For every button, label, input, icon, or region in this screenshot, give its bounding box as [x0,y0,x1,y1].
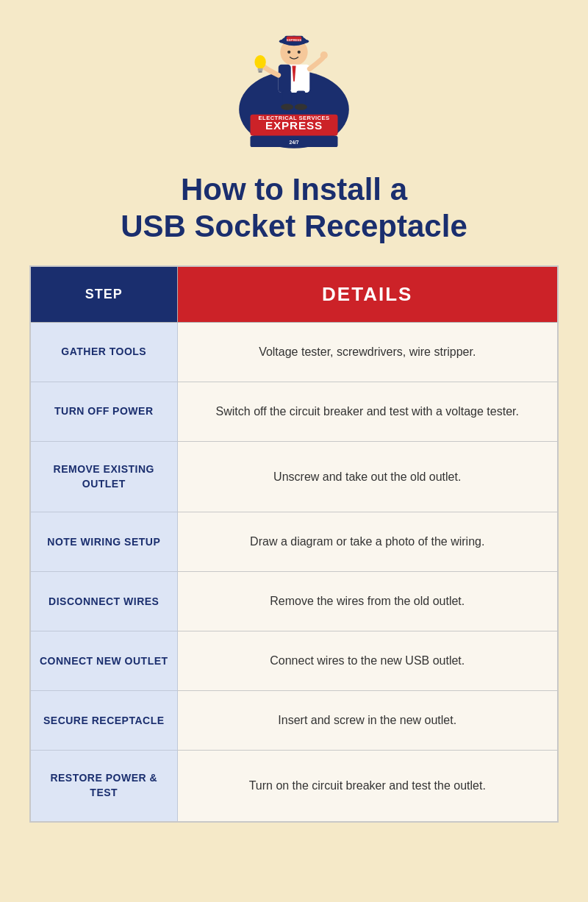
step-cell: TURN OFF POWER [30,382,177,442]
table-row: REMOVE EXISTING OUTLETUnscrew and take o… [30,442,558,512]
svg-rect-20 [259,71,262,73]
svg-rect-19 [258,68,263,71]
svg-text:ELECTRICAL SERVICES: ELECTRICAL SERVICES [259,115,330,121]
detail-cell: Switch off the circuit breaker and test … [177,382,558,442]
table-row: NOTE WIRING SETUPDraw a diagram or take … [30,512,558,572]
svg-text:EXPRESS: EXPRESS [287,38,301,42]
step-cell: DISCONNECT WIRES [30,572,177,631]
detail-cell: Draw a diagram or take a photo of the wi… [177,512,558,572]
svg-point-23 [281,104,293,110]
svg-point-13 [298,51,301,54]
svg-point-24 [295,104,307,110]
table-row: CONNECT NEW OUTLETConnect wires to the n… [30,631,558,691]
table-row: SECURE RECEPTACLEInsert and screw in the… [30,691,558,751]
table-row: TURN OFF POWERSwitch off the circuit bre… [30,382,558,442]
svg-text:24/7: 24/7 [289,140,298,145]
header-step: STEP [30,266,177,323]
svg-rect-15 [279,65,291,93]
step-cell: REMOVE EXISTING OUTLET [30,442,177,512]
express-electrical-logo: EXPRESS ELECTRICAL SERVICES 24/7 EXPRESS [232,22,356,154]
step-cell: NOTE WIRING SETUP [30,512,177,572]
logo-container: EXPRESS ELECTRICAL SERVICES 24/7 EXPRESS [232,22,356,157]
detail-cell: Insert and screw in the new outlet. [177,691,558,751]
detail-cell: Turn on the circuit breaker and test the… [177,751,558,822]
svg-point-18 [254,55,265,69]
step-cell: GATHER TOOLS [30,323,177,382]
steps-table: STEP DETAILS GATHER TOOLSVoltage tester,… [29,265,559,822]
detail-cell: Remove the wires from the old outlet. [177,572,558,631]
step-cell: RESTORE POWER & TEST [30,751,177,822]
header-details: DETAILS [177,266,558,323]
page-title: How to Install a USB Socket Receptacle [121,171,467,246]
table-row: RESTORE POWER & TESTTurn on the circuit … [30,751,558,822]
detail-cell: Voltage tester, screwdrivers, wire strip… [177,323,558,382]
svg-point-17 [320,51,328,59]
detail-cell: Connect wires to the new USB outlet. [177,631,558,691]
title-line1: How to Install a [181,172,407,207]
step-cell: CONNECT NEW OUTLET [30,631,177,691]
table-row: GATHER TOOLSVoltage tester, screwdrivers… [30,323,558,382]
svg-point-12 [287,51,290,54]
detail-cell: Unscrew and take out the old outlet. [177,442,558,512]
step-cell: SECURE RECEPTACLE [30,691,177,751]
table-row: DISCONNECT WIRESRemove the wires from th… [30,572,558,631]
title-line2: USB Socket Receptacle [121,209,467,243]
table-header-row: STEP DETAILS [30,266,558,323]
